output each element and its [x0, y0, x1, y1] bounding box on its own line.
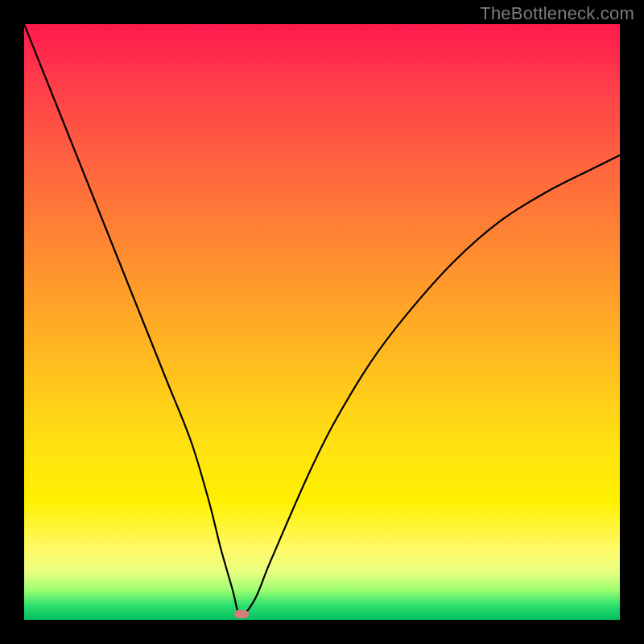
plot-area — [24, 24, 620, 620]
bottleneck-curve — [24, 24, 620, 620]
watermark-text: TheBottleneck.com — [480, 3, 634, 24]
curve-path — [24, 24, 620, 617]
minimum-marker — [234, 610, 249, 618]
chart-frame: TheBottleneck.com — [0, 0, 644, 644]
